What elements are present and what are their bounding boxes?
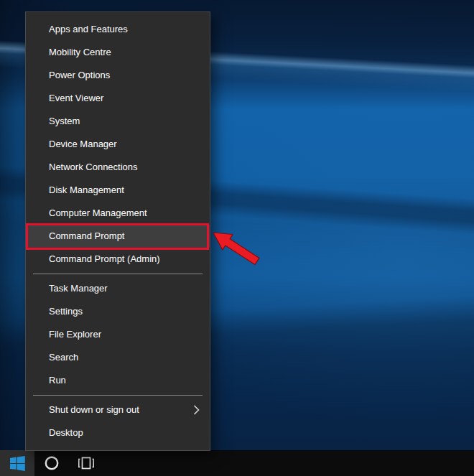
- chevron-right-icon: [193, 405, 200, 415]
- menu-item-search[interactable]: Search: [26, 346, 210, 369]
- menu-item-settings[interactable]: Settings: [26, 300, 210, 323]
- menu-separator: [33, 274, 203, 274]
- menu-item-system[interactable]: System: [26, 110, 210, 133]
- menu-item-task-manager[interactable]: Task Manager: [26, 277, 210, 300]
- menu-item-computer-management[interactable]: Computer Management: [26, 202, 210, 225]
- menu-item-event-viewer[interactable]: Event Viewer: [26, 87, 210, 110]
- menu-item-mobility-centre[interactable]: Mobility Centre: [26, 41, 210, 64]
- menu-item-desktop[interactable]: Desktop: [26, 421, 210, 444]
- highlight-rectangle: [26, 223, 209, 250]
- menu-item-power-options[interactable]: Power Options: [26, 64, 210, 87]
- menu-item-apps-and-features[interactable]: Apps and Features: [26, 18, 210, 41]
- menu-separator: [33, 395, 203, 396]
- menu-item-device-manager[interactable]: Device Manager: [26, 133, 210, 156]
- task-view-icon: [78, 457, 95, 470]
- menu-item-command-prompt-admin[interactable]: Command Prompt (Admin): [26, 248, 210, 271]
- cortana-button[interactable]: [34, 450, 69, 476]
- windows-logo-icon: [10, 456, 25, 471]
- menu-item-network-connections[interactable]: Network Connections: [26, 156, 210, 179]
- menu-item-file-explorer[interactable]: File Explorer: [26, 323, 210, 346]
- menu-item-disk-management[interactable]: Disk Management: [26, 179, 210, 202]
- taskbar: [0, 450, 474, 476]
- task-view-button[interactable]: [69, 450, 103, 476]
- menu-item-run[interactable]: Run: [26, 369, 210, 392]
- menu-item-shut-down-or-sign-out[interactable]: Shut down or sign out: [26, 398, 210, 421]
- menu-item-label: Shut down or sign out: [49, 398, 139, 421]
- annotation-arrow: [211, 228, 264, 269]
- circle-icon: [44, 455, 60, 471]
- start-button[interactable]: [0, 450, 34, 476]
